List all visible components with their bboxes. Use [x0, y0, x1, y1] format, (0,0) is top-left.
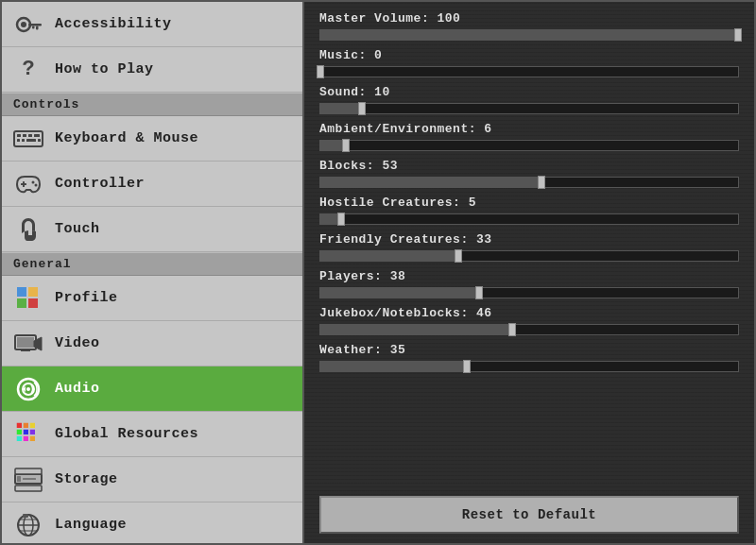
slider-label-sound: Sound: 10: [319, 85, 739, 99]
slider-label-master-volume: Master Volume: 100: [319, 11, 739, 26]
slider-row-jukebox: Jukebox/Noteblocks: 46: [319, 306, 739, 335]
accessibility-label: Accessibility: [55, 16, 172, 32]
storage-label: Storage: [55, 471, 118, 487]
slider-track-jukebox[interactable]: [319, 324, 739, 335]
svg-rect-15: [21, 183, 26, 185]
storage-icon: [13, 465, 43, 495]
global-resources-label: Global Resources: [55, 426, 198, 442]
slider-fill-blocks: [320, 178, 541, 187]
slider-track-blocks[interactable]: [319, 177, 739, 188]
keyboard-mouse-label: Keyboard & Mouse: [55, 130, 198, 146]
svg-rect-31: [30, 422, 35, 427]
sidebar-item-controller[interactable]: Controller: [2, 162, 302, 207]
slider-track-weather[interactable]: [319, 361, 739, 372]
slider-thumb-weather[interactable]: [463, 360, 471, 373]
slider-track-ambient[interactable]: [319, 140, 739, 151]
slider-label-weather: Weather: 35: [319, 343, 739, 357]
slider-label-music: Music: 0: [319, 48, 739, 62]
svg-rect-49: [25, 514, 28, 518]
slider-thumb-players[interactable]: [475, 286, 483, 299]
sidebar-item-accessibility[interactable]: Accessibility: [2, 2, 302, 47]
sidebar-item-video[interactable]: Video: [2, 321, 302, 366]
svg-point-1: [21, 22, 26, 27]
svg-rect-9: [34, 134, 40, 137]
reset-to-default-button[interactable]: Reset to Default: [319, 496, 739, 534]
slider-label-players: Players: 38: [319, 269, 739, 283]
svg-rect-35: [17, 435, 22, 440]
sidebar-item-touch[interactable]: Touch: [2, 207, 302, 252]
svg-rect-23: [17, 337, 34, 348]
video-label: Video: [55, 335, 100, 351]
slider-fill-master-volume: [320, 30, 738, 40]
slider-thumb-master-volume[interactable]: [734, 28, 742, 42]
svg-rect-12: [26, 139, 36, 142]
svg-rect-37: [30, 435, 35, 440]
slider-row-players: Players: 38: [319, 269, 739, 298]
sidebar-item-audio[interactable]: Audio: [2, 366, 302, 412]
profile-icon: [13, 283, 43, 314]
slider-thumb-ambient[interactable]: [342, 139, 350, 152]
svg-rect-30: [24, 422, 28, 427]
sidebar: Accessibility ? How to Play Controls Key…: [2, 2, 304, 543]
svg-rect-34: [30, 429, 35, 434]
how-to-play-label: How to Play: [55, 61, 154, 77]
slider-label-jukebox: Jukebox/Noteblocks: 46: [319, 306, 739, 320]
svg-rect-8: [28, 134, 32, 137]
sidebar-item-profile[interactable]: Profile: [2, 276, 302, 321]
slider-fill-friendly-creatures: [320, 251, 458, 261]
slider-thumb-jukebox[interactable]: [508, 323, 516, 336]
profile-label: Profile: [55, 290, 118, 306]
svg-rect-4: [32, 26, 35, 28]
svg-rect-36: [24, 435, 28, 440]
slider-thumb-hostile-creatures[interactable]: [337, 213, 345, 226]
slider-row-ambient: Ambient/Environment: 6: [319, 122, 739, 151]
svg-rect-29: [17, 422, 22, 427]
touch-icon: [13, 214, 43, 245]
svg-rect-11: [22, 139, 25, 142]
question-icon: ?: [13, 55, 43, 85]
sidebar-item-storage[interactable]: Storage: [2, 457, 302, 502]
slider-track-music[interactable]: [319, 66, 739, 77]
slider-track-master-volume[interactable]: [319, 29, 739, 41]
video-icon: [13, 329, 43, 359]
sidebar-item-how-to-play[interactable]: ? How to Play: [2, 47, 302, 93]
slider-row-blocks: Blocks: 53: [319, 159, 739, 188]
slider-thumb-blocks[interactable]: [538, 176, 545, 189]
svg-rect-25: [21, 349, 30, 351]
slider-fill-sound: [320, 104, 362, 113]
language-label: Language: [55, 517, 127, 533]
svg-rect-41: [15, 468, 42, 474]
slider-thumb-music[interactable]: [317, 65, 324, 78]
key-icon: [13, 9, 43, 40]
slider-thumb-friendly-creatures[interactable]: [455, 249, 462, 263]
slider-label-ambient: Ambient/Environment: 6: [319, 122, 739, 136]
audio-label: Audio: [55, 381, 100, 397]
slider-track-sound[interactable]: [319, 103, 739, 114]
general-section-header: General: [2, 252, 302, 276]
slider-track-hostile-creatures[interactable]: [319, 213, 739, 225]
svg-rect-6: [17, 134, 21, 137]
svg-rect-33: [24, 429, 28, 434]
slider-thumb-sound[interactable]: [358, 102, 366, 115]
svg-point-17: [35, 183, 38, 186]
svg-rect-42: [15, 485, 42, 491]
slider-row-master-volume: Master Volume: 100: [319, 11, 739, 41]
slider-track-players[interactable]: [319, 287, 739, 298]
sidebar-item-keyboard-mouse[interactable]: Keyboard & Mouse: [2, 116, 302, 162]
controls-section-header: Controls: [2, 93, 302, 116]
keyboard-icon: [13, 124, 43, 154]
slider-fill-jukebox: [320, 325, 512, 334]
slider-fill-weather: [320, 362, 467, 371]
svg-rect-7: [23, 134, 26, 137]
sidebar-item-global-resources[interactable]: Global Resources: [2, 412, 302, 457]
svg-rect-13: [38, 139, 41, 142]
slider-row-sound: Sound: 10: [319, 85, 739, 114]
svg-rect-39: [17, 476, 21, 482]
svg-rect-10: [17, 139, 20, 142]
sidebar-item-language[interactable]: Language: [2, 502, 302, 543]
audio-icon: [13, 374, 43, 404]
slider-label-blocks: Blocks: 53: [319, 159, 739, 173]
touch-label: Touch: [55, 221, 100, 237]
slider-track-friendly-creatures[interactable]: [319, 250, 739, 262]
slider-row-weather: Weather: 35: [319, 343, 739, 372]
